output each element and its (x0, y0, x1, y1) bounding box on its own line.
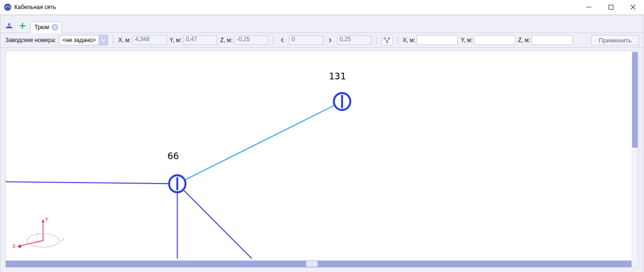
coord2-y-label: Y, м: (461, 37, 473, 44)
svg-line-13 (385, 39, 387, 42)
svg-line-23 (19, 240, 43, 246)
chevron-down-icon[interactable] (99, 35, 108, 45)
node-label-66: 66 (167, 150, 179, 162)
svg-point-0 (4, 4, 11, 11)
toolbar: Заводские номера: <не задано> X, м: 4,34… (0, 33, 644, 48)
coord1-z-input[interactable]: -0,25 (234, 35, 268, 45)
coord1-x-label: X, м: (118, 37, 131, 44)
scrollbar-thumb[interactable] (632, 52, 638, 148)
svg-line-14 (388, 39, 389, 42)
scrollbar-thumb[interactable] (306, 261, 318, 267)
coord2-y-input[interactable] (474, 35, 515, 45)
coord2-z-label: Z, м: (518, 37, 531, 44)
diagram-edge[interactable] (178, 101, 342, 184)
factory-numbers-label: Заводские номера: (5, 37, 56, 44)
diagram-node-66[interactable] (169, 175, 185, 192)
coord2-x-label: X, м: (403, 37, 415, 44)
scrollbar-corner (632, 261, 638, 267)
window-maximize-button[interactable] (600, 0, 622, 14)
vertical-scrollbar[interactable] (632, 51, 638, 261)
toolbar-separator (376, 35, 377, 45)
coord1-y-input[interactable]: 0,47 (183, 35, 217, 45)
svg-marker-24 (17, 244, 21, 248)
range-from-input[interactable]: 0 (289, 35, 323, 45)
prev-button[interactable] (278, 36, 286, 44)
apply-button[interactable]: Применить (591, 35, 639, 45)
tab-label: Трюм (34, 24, 49, 31)
axis-indicator: Y X (10, 215, 67, 253)
axis-x-label: X (12, 244, 16, 249)
diagram-edge[interactable] (6, 182, 178, 184)
paint-tool-button[interactable] (3, 20, 15, 32)
factory-numbers-value: <не задано> (59, 35, 99, 45)
range-to-input[interactable]: 0,25 (337, 35, 371, 45)
horizontal-scrollbar[interactable] (6, 261, 632, 267)
nodes-icon[interactable] (381, 35, 393, 45)
factory-numbers-combo[interactable]: <не задано> (59, 35, 108, 45)
coord1-z-label: Z, м: (220, 37, 233, 44)
window-title: Кабельная сеть (14, 4, 56, 11)
node-label-131: 131 (329, 70, 346, 82)
diagram-canvas[interactable]: 66 131 Y X (6, 51, 632, 261)
axis-y-label: Y (45, 217, 48, 222)
toolbar-separator (113, 35, 113, 45)
svg-point-11 (388, 37, 390, 39)
coord1-x-input[interactable]: 4,348 (133, 35, 167, 45)
tabstrip: Трюм (0, 15, 644, 33)
app-icon (4, 3, 11, 11)
window-minimize-button[interactable] (578, 0, 600, 14)
add-tab-button[interactable] (17, 20, 28, 32)
toolbar-separator (398, 35, 398, 45)
svg-point-10 (384, 37, 386, 39)
window-close-button[interactable] (622, 0, 644, 14)
diagram-node-131[interactable] (334, 93, 350, 110)
diagram-svg (6, 51, 632, 261)
window-titlebar: Кабельная сеть (0, 0, 644, 15)
canvas-wrap: 66 131 Y X (5, 51, 639, 268)
tab-close-button[interactable] (52, 24, 58, 31)
svg-marker-22 (42, 219, 44, 222)
next-button[interactable] (326, 36, 334, 44)
diagram-edge[interactable] (178, 184, 252, 258)
coord2-z-input[interactable] (532, 35, 573, 45)
toolbar-separator (273, 35, 274, 45)
svg-rect-2 (609, 5, 613, 10)
tab-tryum[interactable]: Трюм (30, 22, 62, 33)
coord1-y-label: Y, м: (170, 37, 182, 44)
coord2-x-input[interactable] (417, 35, 458, 45)
